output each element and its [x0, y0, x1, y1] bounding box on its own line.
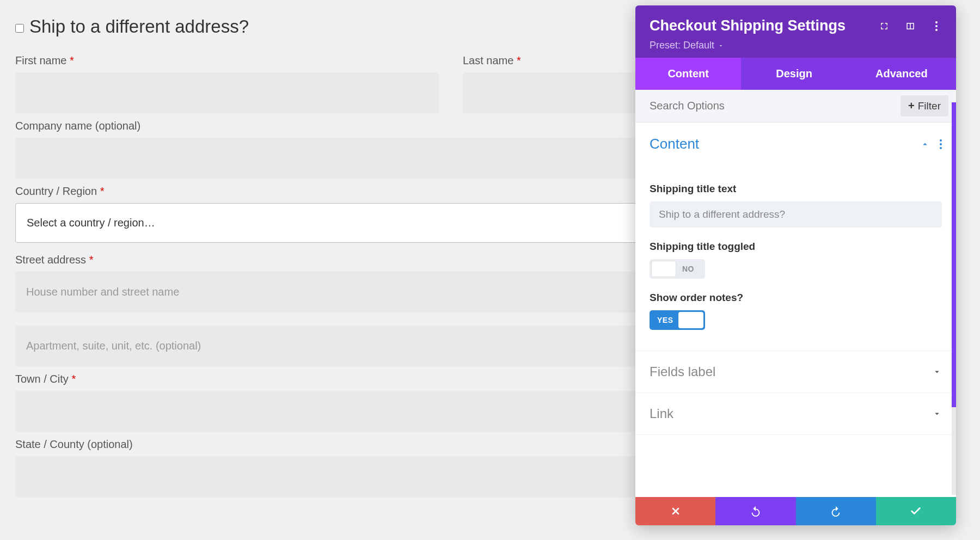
first-name-input[interactable] — [15, 72, 439, 113]
columns-icon[interactable] — [905, 21, 916, 32]
tab-advanced[interactable]: Advanced — [847, 58, 956, 90]
panel-scrollbar-track[interactable] — [952, 102, 956, 495]
section-link: Link — [635, 393, 956, 435]
show-order-notes-label: Show order notes? — [650, 292, 942, 304]
expand-icon[interactable] — [879, 21, 890, 32]
preset-label: Preset: Default — [650, 40, 714, 51]
redo-icon — [830, 505, 842, 517]
panel-search-row: + Filter — [635, 90, 956, 122]
panel-header: Checkout Shipping Settings Preset: Defau… — [635, 5, 956, 58]
toggle-knob — [651, 261, 676, 277]
chevron-down-icon — [932, 367, 942, 377]
panel-body: Content Shipping title text Shipping tit… — [635, 122, 956, 497]
section-kebab-icon[interactable] — [940, 139, 942, 149]
shipping-title-text-label: Shipping title text — [650, 183, 942, 195]
country-region-placeholder: Select a country / region… — [27, 217, 155, 229]
panel-title: Checkout Shipping Settings — [650, 17, 846, 34]
undo-icon — [750, 505, 762, 517]
preset-dropdown[interactable]: Preset: Default — [650, 40, 942, 51]
section-link-header[interactable]: Link — [635, 393, 956, 434]
ship-different-address-title: Ship to a different address? — [29, 16, 249, 37]
panel-scrollbar-thumb[interactable] — [952, 102, 956, 407]
first-name-label: First name * — [15, 54, 439, 67]
settings-tabs: Content Design Advanced — [635, 58, 956, 90]
tab-content[interactable]: Content — [635, 58, 741, 90]
section-content-title: Content — [650, 136, 699, 152]
section-content: Content Shipping title text Shipping tit… — [635, 122, 956, 351]
toggle-on-label: YES — [657, 316, 673, 324]
section-content-header[interactable]: Content — [635, 122, 956, 165]
shipping-title-text-input[interactable] — [650, 201, 942, 228]
kebab-icon[interactable] — [931, 21, 942, 32]
section-fields-label: Fields label — [635, 351, 956, 393]
toggle-off-label: NO — [682, 265, 694, 273]
plus-icon: + — [908, 100, 915, 112]
tab-design[interactable]: Design — [741, 58, 847, 90]
section-link-title: Link — [650, 406, 673, 421]
close-icon — [670, 506, 681, 517]
settings-panel: Checkout Shipping Settings Preset: Defau… — [635, 5, 956, 525]
save-button[interactable] — [876, 497, 956, 525]
section-fields-label-header[interactable]: Fields label — [635, 351, 956, 392]
shipping-title-toggled-switch[interactable]: NO — [650, 259, 705, 279]
toggle-knob — [678, 312, 703, 328]
check-icon — [910, 505, 922, 517]
undo-button[interactable] — [715, 497, 795, 525]
chevron-down-icon — [932, 409, 942, 419]
chevron-up-icon — [920, 139, 930, 149]
show-order-notes-switch[interactable]: YES — [650, 310, 705, 330]
ship-different-address-checkbox[interactable] — [15, 24, 24, 33]
section-fields-label-title: Fields label — [650, 364, 715, 379]
search-options-input[interactable] — [650, 100, 901, 112]
shipping-title-toggled-label: Shipping title toggled — [650, 241, 942, 253]
filter-button[interactable]: + Filter — [901, 95, 948, 116]
panel-footer — [635, 497, 956, 525]
filter-button-label: Filter — [918, 100, 941, 112]
redo-button[interactable] — [796, 497, 876, 525]
cancel-button[interactable] — [635, 497, 715, 525]
